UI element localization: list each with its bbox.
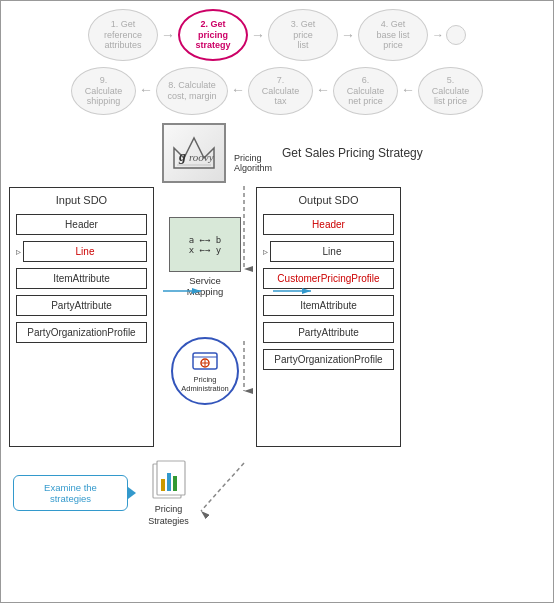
flow-arrow-98: → [139,83,153,99]
algo-text-block: PricingAlgorithm [232,113,272,173]
svg-rect-12 [167,473,171,491]
flow-node-5-label: 5. Calculate list price [432,75,470,107]
flow-node-9-label: 9. Calculate shipping [85,75,123,107]
input-line: Line [23,241,147,262]
flow-node-8[interactable]: 8. Calculate cost, margin [156,67,228,115]
flow-node-9[interactable]: 9. Calculate shipping [71,67,136,115]
examine-text: Examine the strategies [44,482,97,504]
main-center: Input SDO Header ▹ Line ItemAttribute Pa… [1,187,553,447]
flow-arrow-76: → [316,83,330,99]
flow-node-7-label: 7. Calculate tax [262,75,300,107]
output-party-attr: PartyAttribute [263,322,394,343]
pricing-admin-icon [191,349,219,373]
bubble-arrow [128,487,136,499]
output-party-org: PartyOrganizationProfile [263,349,394,370]
flow-arrow-87: → [231,83,245,99]
algo-title-row: g roovy PricingAlgorithm Get Sales Prici… [162,123,423,183]
flow-node-6-label: 6. Calculate net price [347,75,385,107]
flow-node-6[interactable]: 6. Calculate net price [333,67,398,115]
flow-node-4-label: 4. Get base list price [376,19,409,51]
flow-node-7[interactable]: 7. Calculate tax [248,67,313,115]
svg-text:g: g [178,149,186,164]
pricing-strategies-label: PricingStrategies [148,504,189,527]
output-header: Header [263,214,394,235]
algo-sublabel: PricingAlgorithm [234,153,272,173]
input-item-attr: ItemAttribute [16,268,147,289]
pricing-strategies-icon [145,459,193,504]
service-map-label: ServiceMapping [187,275,223,297]
input-sdo-title: Input SDO [16,194,147,206]
flow-bottom: 9. Calculate shipping → 8. Calculate cos… [1,65,553,119]
output-line: Line [270,241,394,262]
service-map-box: a ←→ b x ←→ y [169,217,241,272]
flow-node-1-label: 1. Get reference attributes [104,19,142,51]
algo-icon: g roovy [162,123,226,183]
algo-row: g roovy PricingAlgorithm Get Sales Prici… [9,123,545,183]
flow-node-2-label: 2. Get pricing strategy [195,19,230,51]
flow-node-1[interactable]: 1. Get reference attributes [88,9,158,61]
output-sdo-title: Output SDO [263,194,394,206]
pricing-admin-circle[interactable]: PricingAdministration [171,337,239,405]
flow-node-4-cont [446,25,466,45]
svg-rect-11 [161,479,165,491]
bottom-section: Examine the strategies PricingStrategies [1,451,553,535]
examine-bubble: Examine the strategies [13,475,128,511]
flow-top: 1. Get reference attributes → 2. Get pri… [1,1,553,65]
flow-node-8-label: 8. Calculate cost, margin [167,80,216,102]
input-line-arrow: ▹ [16,246,21,257]
center-column: a ←→ b x ←→ y ServiceMapping PricingAdmi… [160,187,250,447]
flow-node-5[interactable]: 5. Calculate list price [418,67,483,115]
service-map-area: a ←→ b x ←→ y ServiceMapping [169,217,241,297]
input-header: Header [16,214,147,235]
flow-arrow-3: → [341,27,355,43]
flow-arrow-2: → [251,27,265,43]
flow-arrow-1: → [161,27,175,43]
input-line-row: ▹ Line [16,241,147,262]
pricing-admin-label: PricingAdministration [181,375,229,393]
output-sdo: Output SDO Header ▹ Line CustomerPricing… [256,187,401,447]
svg-text:roovy: roovy [189,151,214,163]
input-party-attr: PartyAttribute [16,295,147,316]
flow-arrow-65: → [401,83,415,99]
algo-main-title: Get Sales Pricing Strategy [282,146,423,160]
svg-rect-13 [173,476,177,491]
service-map-code: a ←→ b x ←→ y [189,235,222,255]
output-customer: CustomerPricingProfile [263,268,394,289]
groovy-icon-svg: g roovy [169,133,219,173]
main-container: 1. Get reference attributes → 2. Get pri… [0,0,554,603]
flow-node-3-label: 3. Get price list [291,19,316,51]
flow-node-2[interactable]: 2. Get pricing strategy [178,9,248,61]
output-line-row: ▹ Line [263,241,394,262]
flow-node-3[interactable]: 3. Get price list [268,9,338,61]
input-party-org: PartyOrganizationProfile [16,322,147,343]
output-item-attr: ItemAttribute [263,295,394,316]
input-sdo: Input SDO Header ▹ Line ItemAttribute Pa… [9,187,154,447]
output-line-arrow: ▹ [263,246,268,257]
pricing-strategies[interactable]: PricingStrategies [136,459,201,527]
flow-arrow-4: → [432,28,444,42]
flow-node-4[interactable]: 4. Get base list price [358,9,428,61]
